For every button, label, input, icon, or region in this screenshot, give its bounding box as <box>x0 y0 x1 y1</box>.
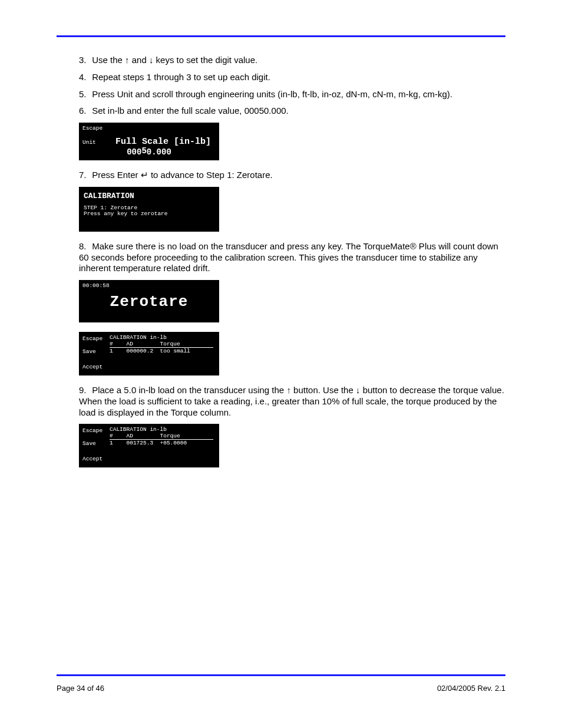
softkey-unit: Unit <box>82 139 96 146</box>
table-columns: # AD Torque <box>110 433 180 439</box>
step-3: 3. Use the ↑ and ↓ keys to set the digit… <box>79 55 505 66</box>
step-num: 8. <box>79 241 90 252</box>
text: to advance to Step 1: Zerotare. <box>151 170 273 180</box>
device-screen-cal-toosmall: Escape Save Accept CALIBRATION in-lb # A… <box>79 332 219 375</box>
text: Press Enter <box>92 170 141 180</box>
text: Use the <box>92 55 125 65</box>
text: Set in-lb and enter the full scale value… <box>92 106 289 116</box>
text: button. Use the <box>293 385 356 395</box>
screen-title: Full Scale [in-lb] <box>115 137 211 147</box>
step-num: 3. <box>79 55 90 66</box>
enter-icon: ↵ <box>141 170 148 180</box>
text: Place a 5.0 in-lb load on the transducer… <box>92 385 286 395</box>
table-row: 1 001725.3 +05.0000 <box>110 440 187 446</box>
step-7: 7. Press Enter ↵ to advance to Step 1: Z… <box>79 170 505 181</box>
softkey-escape: Escape <box>82 335 103 342</box>
text: Repeat steps 1 through 3 to set up each … <box>92 72 270 82</box>
softkey-save: Save <box>82 440 96 447</box>
softkey-accept: Accept <box>82 456 103 462</box>
countdown-time: 00:00:58 <box>82 282 110 289</box>
bottom-rule <box>57 674 505 676</box>
step-num: 9. <box>79 385 90 396</box>
text: Press Unit and scroll through engineerin… <box>92 89 452 99</box>
screen-line: Press any key to zerotare <box>84 210 168 217</box>
device-screen-cal-reading: Escape Save Accept CALIBRATION in-lb # A… <box>79 424 219 467</box>
footer-rev: 02/04/2005 Rev. 2.1 <box>437 684 505 693</box>
value-cursor-char: 5 <box>141 146 146 156</box>
text: Make sure there is no load on the transd… <box>79 241 498 274</box>
value-right: 0.000 <box>147 147 171 157</box>
page-footer: Page 34 of 46 02/04/2005 Rev. 2.1 <box>57 684 505 693</box>
device-screen-zerotare: 00:00:58 Zerotare <box>79 280 219 322</box>
step-num: 4. <box>79 72 90 83</box>
step-5: 5. Press Unit and scroll through enginee… <box>79 89 505 100</box>
text: and <box>132 55 149 65</box>
arrow-up-icon: ↑ <box>286 385 291 395</box>
zerotare-label: Zerotare <box>79 293 219 311</box>
step-9: 9. Place a 5.0 in-lb load on the transdu… <box>79 385 505 418</box>
softkey-escape: Escape <box>82 125 103 131</box>
device-screen-fullscale: Escape Unit Full Scale [in-lb] 00050.000 <box>79 123 219 160</box>
table-columns: # AD Torque <box>110 341 180 347</box>
arrow-down-icon: ↓ <box>149 55 154 65</box>
step-8: 8. Make sure there is no load on the tra… <box>79 241 505 274</box>
arrow-down-icon: ↓ <box>356 385 361 395</box>
footer-page: Page 34 of 46 <box>57 684 104 693</box>
step-4: 4. Repeat steps 1 through 3 to set up ea… <box>79 72 505 83</box>
table-row: 1 000000.2 too small <box>110 348 190 354</box>
device-screen-step1: CALIBRATION STEP 1: Zerotare Press any k… <box>79 187 219 232</box>
table-header: CALIBRATION in-lb <box>110 426 167 433</box>
softkey-escape: Escape <box>82 427 103 434</box>
step-num: 6. <box>79 106 90 117</box>
step-6: 6. Set in-lb and enter the full scale va… <box>79 106 505 117</box>
arrow-up-icon: ↑ <box>125 55 130 65</box>
softkey-save: Save <box>82 348 96 355</box>
step-num: 5. <box>79 89 90 100</box>
text: keys to set the digit value. <box>156 55 258 65</box>
table-header: CALIBRATION in-lb <box>110 334 167 341</box>
screen-header: CALIBRATION <box>84 192 134 200</box>
step-num: 7. <box>79 170 90 181</box>
top-rule <box>57 35 505 37</box>
softkey-accept: Accept <box>82 364 103 370</box>
screen-value: 00050.000 <box>79 147 219 157</box>
value-left: 000 <box>127 147 141 157</box>
